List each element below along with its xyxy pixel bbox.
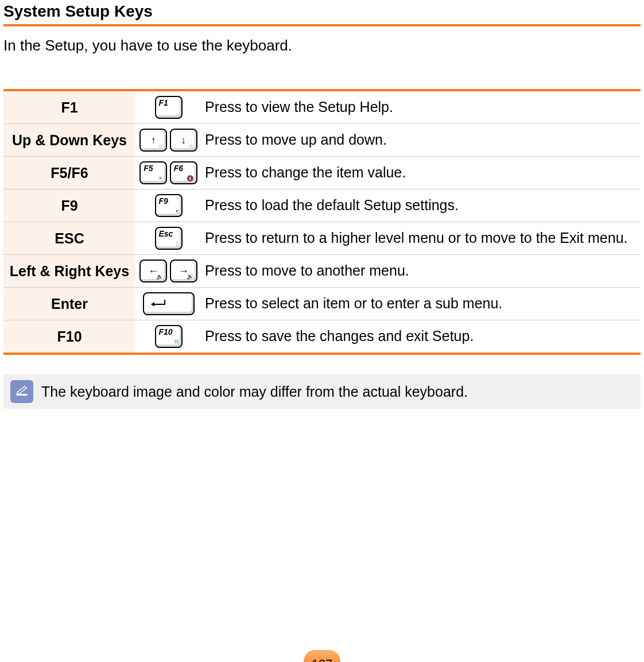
key-icons: Esc☽ (135, 222, 201, 255)
page-number-container: 127 (3, 650, 641, 662)
key-description: Press to load the default Setup settings… (201, 189, 641, 222)
key-label: F10 (3, 320, 135, 354)
keycap-f9-icon: F9▾ (155, 194, 183, 217)
key-label: Up & Down Keys (3, 124, 135, 157)
key-description: Press to change the item value. (201, 157, 641, 189)
key-label: ESC (3, 222, 135, 255)
keycap-f10-icon: F10⧉ (155, 325, 183, 348)
keycap-esc-icon: Esc☽ (155, 227, 183, 250)
key-description: Press to move to another menu. (201, 255, 641, 288)
key-icons: F1 (135, 90, 201, 124)
keycap-f5-icon: F5☀ (139, 161, 167, 184)
keycap-enter-icon (143, 292, 195, 315)
note-text: The keyboard image and color may differ … (41, 384, 468, 400)
keycap-left-arrow-icon: ←🔉 (139, 260, 167, 282)
table-row: F5/F6 F5☀ F6🔇 Press to change the item v… (3, 157, 641, 189)
key-icons: ←🔉 →🔊 (135, 255, 201, 288)
note-icon (10, 380, 33, 403)
key-label: F5/F6 (3, 157, 135, 189)
table-row: ESC Esc☽ Press to return to a higher lev… (3, 222, 641, 255)
key-label: F9 (3, 189, 135, 222)
key-description: Press to return to a higher level menu o… (201, 222, 641, 255)
key-description: Press to move up and down. (201, 124, 641, 157)
key-label: Enter (3, 288, 135, 320)
key-icons: F10⧉ (135, 320, 201, 354)
pencil-icon (14, 384, 29, 399)
key-label: Left & Right Keys (3, 255, 135, 288)
keycap-right-arrow-icon: →🔊 (170, 260, 197, 282)
table-row: Up & Down Keys ↑☼ ↓☼ Press to move up an… (3, 124, 641, 157)
key-description: Press to select an item or to enter a su… (201, 288, 641, 320)
keycap-down-arrow-icon: ↓☼ (170, 129, 197, 152)
intro-text: In the Setup, you have to use the keyboa… (3, 26, 641, 89)
table-row: Left & Right Keys ←🔉 →🔊 Press to move to… (3, 255, 641, 288)
setup-keys-table: F1 F1 Press to view the Setup Help. Up &… (3, 89, 641, 355)
page: System Setup Keys In the Setup, you have… (0, 0, 644, 662)
section-title: System Setup Keys (3, 0, 641, 26)
table-row: F1 F1 Press to view the Setup Help. (3, 90, 641, 124)
key-icons: ↑☼ ↓☼ (135, 124, 201, 157)
key-label: F1 (3, 90, 135, 124)
keycap-f6-icon: F6🔇 (170, 161, 197, 184)
keycap-up-arrow-icon: ↑☼ (139, 129, 167, 152)
note-box: The keyboard image and color may differ … (3, 374, 641, 409)
enter-arrow-icon (149, 299, 166, 309)
table-row: F10 F10⧉ Press to save the changes and e… (3, 320, 641, 354)
page-number: 127 (312, 657, 333, 662)
key-icons: F5☀ F6🔇 (135, 157, 201, 189)
key-icons (135, 288, 201, 320)
key-description: Press to view the Setup Help. (201, 90, 641, 124)
key-description: Press to save the changes and exit Setup… (201, 320, 641, 354)
table-row: Enter Press to select an item or to ente… (3, 288, 641, 320)
page-number-badge: 127 (304, 650, 340, 662)
table-row: F9 F9▾ Press to load the default Setup s… (3, 189, 641, 222)
key-icons: F9▾ (135, 189, 201, 222)
keycap-f1-icon: F1 (155, 96, 183, 119)
